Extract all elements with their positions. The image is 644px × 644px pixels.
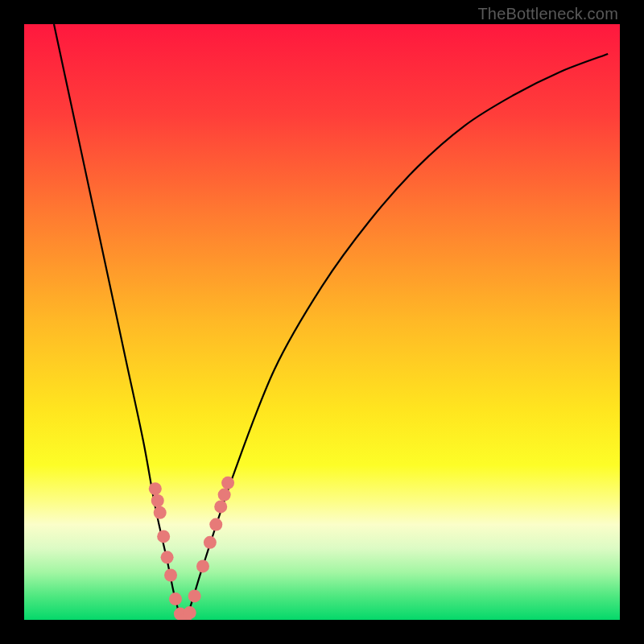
dot <box>184 606 196 619</box>
chart-frame: TheBottleneck.com <box>0 0 644 644</box>
plot-area <box>24 24 620 620</box>
highlight-dots <box>149 477 234 620</box>
bottleneck-curve <box>54 24 608 620</box>
dot <box>151 494 164 507</box>
dot <box>218 489 231 502</box>
dot <box>161 551 174 564</box>
curve-layer <box>24 24 620 620</box>
dot <box>164 569 177 582</box>
dot <box>204 536 217 549</box>
dot <box>214 500 227 513</box>
dot <box>154 506 167 519</box>
dot <box>196 559 209 572</box>
dot <box>169 592 182 605</box>
dot <box>157 530 170 543</box>
dot <box>209 518 222 531</box>
dot <box>188 589 201 602</box>
dot <box>221 477 234 489</box>
dot <box>149 482 162 495</box>
watermark-text: TheBottleneck.com <box>477 5 618 23</box>
